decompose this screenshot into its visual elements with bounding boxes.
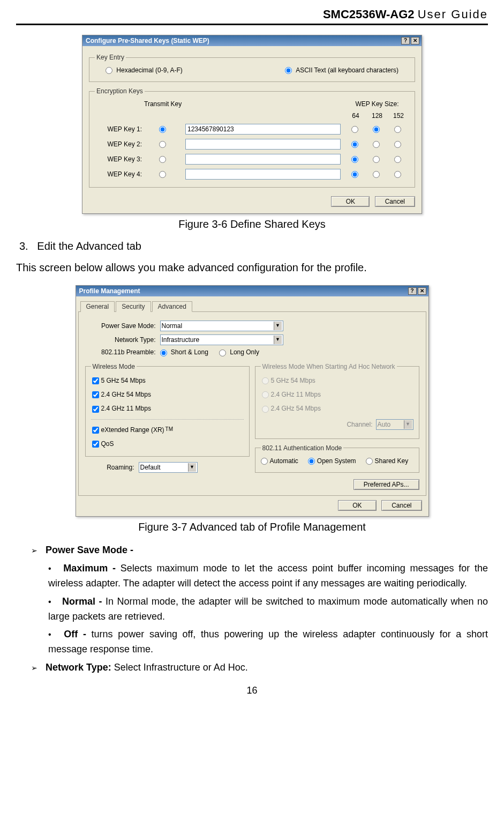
roaming-combo[interactable]: Default▼: [139, 462, 198, 473]
dot-bullet-icon: •: [48, 597, 51, 606]
group-key-entry-legend: Key Entry: [95, 54, 126, 61]
wm-xr[interactable]: eXtended Range (XR)TM: [92, 426, 174, 434]
figure-3-7-caption: Figure 3-7 Advanced tab of Profile Manag…: [16, 521, 488, 533]
radio-ascii-input[interactable]: [285, 67, 292, 74]
wepkey2-size64[interactable]: [351, 141, 358, 148]
group-auth-mode-legend: 802.11 Authentication Mode: [261, 444, 344, 452]
preamble-shortlong[interactable]: Short & Long: [160, 348, 208, 356]
group-encryption-keys: Encryption Keys Transmit Key WEP Key Siz…: [89, 87, 415, 188]
bullet-psm: ➢ Power Save Mode -: [31, 543, 488, 558]
auth-automatic[interactable]: Automatic: [261, 457, 298, 465]
wepkey3-size152[interactable]: [394, 156, 401, 163]
adhoc-24ghz54: 2.4 GHz 54 Mbps: [262, 405, 321, 412]
wm-qos[interactable]: QoS: [92, 440, 114, 448]
dialog-wep-keys: Configure Pre-Shared Keys (Static WEP) ?…: [82, 35, 422, 214]
triangle-bullet-icon: ➢: [31, 664, 37, 672]
cancel-button[interactable]: Cancel: [381, 500, 422, 511]
transmit-key-label: Transmit Key: [144, 100, 182, 108]
chevron-down-icon[interactable]: ▼: [274, 336, 282, 344]
tx-key-4[interactable]: [159, 171, 166, 178]
titlebar: Profile Management ? ✕: [76, 286, 428, 296]
help-icon[interactable]: ?: [408, 287, 417, 295]
psm-combo[interactable]: Normal▼: [160, 321, 283, 331]
wepkey3-label: WEP Key 3:: [108, 155, 142, 163]
wepkey1-label: WEP Key 1:: [108, 125, 142, 133]
tab-general[interactable]: General: [80, 301, 115, 312]
group-encryption-keys-legend: Encryption Keys: [95, 87, 145, 95]
networktype-label: Network Type:: [85, 336, 160, 344]
wepkey2-size152[interactable]: [394, 141, 401, 148]
wepkey4-size64[interactable]: [351, 171, 358, 178]
dialog-title: Configure Pre-Shared Keys (Static WEP): [86, 37, 209, 44]
close-icon[interactable]: ✕: [418, 287, 426, 295]
ok-button[interactable]: OK: [338, 500, 377, 511]
preamble-longonly[interactable]: Long Only: [219, 348, 259, 356]
wepkey1-size64[interactable]: [351, 126, 358, 133]
channel-label: Channel:: [347, 421, 372, 428]
group-auth-mode: 802.11 Authentication Mode Automatic Ope…: [255, 444, 419, 473]
size-152: 152: [393, 112, 404, 120]
wepkey2-label: WEP Key 2:: [108, 140, 142, 148]
chevron-down-icon[interactable]: ▼: [188, 463, 196, 472]
adhoc-5ghz54: 5 GHz 54 Mbps: [262, 377, 315, 384]
wepkey2-input[interactable]: [185, 139, 341, 150]
close-icon[interactable]: ✕: [411, 37, 419, 44]
chevron-down-icon: ▼: [404, 420, 412, 429]
wepkey3-input[interactable]: [185, 154, 341, 165]
tx-key-3[interactable]: [159, 156, 166, 163]
radio-ascii[interactable]: ASCII Text (all keyboard characters): [285, 66, 398, 74]
step-3: 3. Edit the Advanced tab: [19, 240, 488, 252]
bullet-maximum: • Maximum - Selects maximum mode to let …: [48, 561, 488, 591]
wm-24ghz11[interactable]: 2.4 GHz 11 Mbps: [92, 405, 151, 412]
chevron-down-icon[interactable]: ▼: [274, 322, 282, 330]
header-guide: User Guide: [418, 8, 488, 21]
page-header: SMC2536W-AG2 User Guide: [16, 5, 488, 25]
header-model: SMC2536W-AG2: [323, 8, 415, 21]
wepkey1-size128[interactable]: [373, 126, 380, 133]
dialog-title: Profile Management: [79, 287, 140, 295]
auth-sharedkey[interactable]: Shared Key: [366, 457, 409, 465]
dot-bullet-icon: •: [48, 564, 51, 573]
help-icon[interactable]: ?: [401, 37, 410, 44]
tab-advanced[interactable]: Advanced: [152, 301, 192, 312]
wepkey1-input[interactable]: [185, 124, 341, 135]
titlebar: Configure Pre-Shared Keys (Static WEP) ?…: [82, 35, 422, 46]
cancel-button[interactable]: Cancel: [375, 196, 415, 207]
wm-24ghz54[interactable]: 2.4 GHz 54 Mbps: [92, 391, 151, 398]
tx-key-2[interactable]: [159, 141, 166, 148]
tab-security[interactable]: Security: [116, 301, 151, 312]
group-adhoc-mode-legend: Wireless Mode When Starting Ad Hoc Netwo…: [261, 363, 397, 370]
paragraph-advanced-intro: This screen below allows you make advanc…: [16, 260, 488, 276]
size-64: 64: [352, 112, 359, 120]
group-key-entry: Key Entry Hexadecimal (0-9, A-F) ASCII T…: [89, 54, 415, 82]
group-wireless-mode-legend: Wireless Mode: [91, 363, 137, 370]
bullet-network-type: ➢ Network Type: Select Infrastructure or…: [31, 660, 488, 675]
wepkey1-size152[interactable]: [394, 126, 401, 133]
networktype-combo[interactable]: Infrastructure▼: [160, 334, 283, 345]
wepkey4-size128[interactable]: [373, 171, 380, 178]
tx-key-1[interactable]: [159, 126, 166, 133]
preferred-aps-button[interactable]: Preferred APs...: [353, 479, 419, 490]
group-wireless-mode: Wireless Mode 5 GHz 54 Mbps 2.4 GHz 54 M…: [85, 363, 250, 457]
bullet-normal: • Normal - In Normal mode, the adapter w…: [48, 594, 488, 624]
wepkey4-size152[interactable]: [394, 171, 401, 178]
radio-hex[interactable]: Hexadecimal (0-9, A-F): [106, 66, 183, 74]
radio-hex-input[interactable]: [106, 67, 112, 74]
channel-combo: Auto▼: [376, 419, 413, 430]
auth-opensystem[interactable]: Open System: [308, 457, 356, 465]
dot-bullet-icon: •: [48, 630, 51, 639]
psm-label: Power Save Mode:: [85, 322, 160, 330]
wepkey4-input[interactable]: [185, 169, 341, 180]
size-128: 128: [372, 112, 382, 120]
dialog-profile-management: Profile Management ? ✕ General Security …: [76, 285, 429, 517]
preamble-label: 802.11b Preamble:: [85, 348, 160, 356]
wepkey2-size128[interactable]: [373, 141, 380, 148]
wm-5ghz54[interactable]: 5 GHz 54 Mbps: [92, 377, 146, 384]
roaming-label: Roaming:: [85, 464, 139, 471]
wepkey3-size128[interactable]: [373, 156, 380, 163]
adhoc-24ghz11: 2.4 GHz 11 Mbps: [262, 391, 321, 398]
ok-button[interactable]: OK: [331, 196, 370, 207]
wepkey3-size64[interactable]: [351, 156, 358, 163]
figure-3-6-caption: Figure 3-6 Define Shared Keys: [16, 218, 488, 230]
page-number: 16: [16, 685, 488, 696]
